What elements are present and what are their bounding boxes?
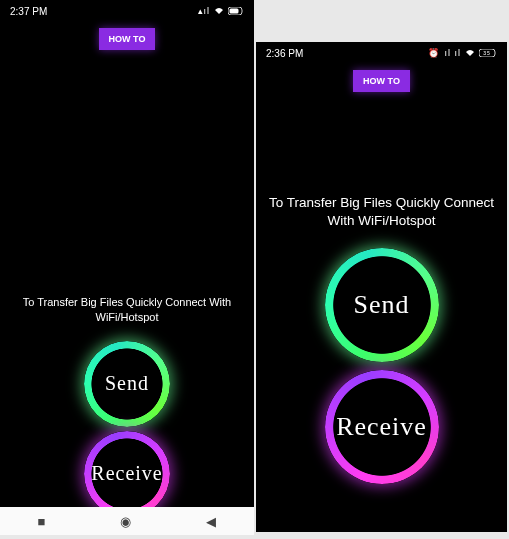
action-buttons: Send Receive bbox=[0, 339, 254, 519]
status-bar: 2:37 PM ▴ıl bbox=[0, 0, 254, 22]
instruction-text: To Transfer Big Files Quickly Connect Wi… bbox=[256, 194, 507, 230]
wifi-icon bbox=[214, 7, 224, 15]
nav-recents-icon[interactable]: ■ bbox=[38, 514, 46, 529]
signal-icon: ıl ıl bbox=[444, 48, 461, 58]
battery-icon: 35 bbox=[479, 49, 497, 57]
receive-label: Receive bbox=[91, 462, 162, 485]
send-button[interactable]: Send bbox=[325, 248, 439, 362]
send-button[interactable]: Send bbox=[84, 341, 170, 427]
phone-screen-right: 2:36 PM ⏰ ıl ıl 35 HOW TO To Transfer Bi… bbox=[256, 42, 507, 532]
phone-screen-left: 2:37 PM ▴ıl HOW TO To Transfer Big Files… bbox=[0, 0, 254, 535]
instruction-text: To Transfer Big Files Quickly Connect Wi… bbox=[0, 295, 254, 325]
nav-home-icon[interactable]: ◉ bbox=[120, 514, 131, 529]
howto-button[interactable]: HOW TO bbox=[99, 28, 156, 50]
android-nav-bar: ■ ◉ ◀ bbox=[0, 507, 254, 535]
nav-back-icon[interactable]: ◀ bbox=[206, 514, 216, 529]
status-time: 2:37 PM bbox=[10, 6, 47, 17]
alarm-icon: ⏰ bbox=[428, 48, 440, 58]
howto-button[interactable]: HOW TO bbox=[353, 70, 410, 92]
signal-icon: ▴ıl bbox=[198, 6, 211, 16]
svg-rect-1 bbox=[230, 9, 239, 14]
svg-text:35: 35 bbox=[483, 50, 491, 56]
receive-button[interactable]: Receive bbox=[84, 431, 170, 517]
send-label: Send bbox=[105, 372, 149, 395]
receive-button[interactable]: Receive bbox=[325, 370, 439, 484]
status-bar: 2:36 PM ⏰ ıl ıl 35 bbox=[256, 42, 507, 64]
status-time: 2:36 PM bbox=[266, 48, 303, 59]
status-icons: ▴ıl bbox=[198, 6, 245, 16]
send-label: Send bbox=[354, 290, 410, 320]
action-buttons: Send Receive bbox=[256, 244, 507, 488]
wifi-icon bbox=[465, 49, 475, 57]
receive-label: Receive bbox=[336, 412, 427, 442]
battery-icon bbox=[228, 7, 244, 15]
status-icons: ⏰ ıl ıl 35 bbox=[428, 48, 497, 58]
